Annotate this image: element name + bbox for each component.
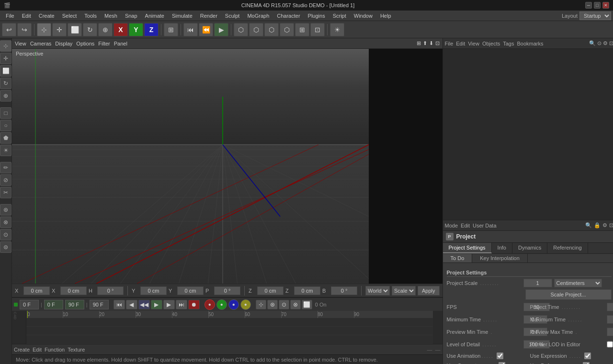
obj-view[interactable]: View <box>468 41 479 46</box>
transport-to-end[interactable]: ⏭ <box>176 300 187 309</box>
h-input[interactable] <box>97 286 124 295</box>
transport-to-start[interactable]: ⏮ <box>114 300 125 309</box>
preview-start-input[interactable] <box>44 300 63 309</box>
z2-input[interactable] <box>294 286 320 295</box>
menu-character[interactable]: Character <box>273 12 304 20</box>
x-input[interactable] <box>23 286 50 295</box>
kf-btn-red[interactable]: ● <box>204 299 215 310</box>
viewport[interactable]: Perspective <box>12 49 443 284</box>
attr-mode[interactable]: Mode <box>445 223 458 228</box>
scale-project-button[interactable]: Scale Project... <box>525 289 612 300</box>
rotate-tool[interactable]: ↻ <box>83 23 97 36</box>
sidebar-knife[interactable]: ✂ <box>0 187 11 198</box>
tab-dynamics[interactable]: Dynamics <box>512 243 547 253</box>
play-start-button[interactable]: ⏮ <box>183 23 198 36</box>
kf-btn-blue[interactable]: ● <box>228 299 239 310</box>
vp-icon-3[interactable]: ⬇ <box>429 40 433 46</box>
menu-plugins[interactable]: Plugins <box>304 12 329 20</box>
tab-project-settings[interactable]: Project Settings <box>443 243 492 253</box>
vp-tab-cameras[interactable]: Cameras <box>30 41 52 46</box>
vp-icon-4[interactable]: ⊡ <box>435 40 440 46</box>
sidebar-move[interactable]: ✛ <box>0 53 11 64</box>
menu-help[interactable]: Help <box>376 12 395 20</box>
timeline-playhead[interactable] <box>27 311 28 318</box>
menu-mograph[interactable]: MoGraph <box>243 12 273 20</box>
play-forward-button[interactable]: ▶ <box>214 23 228 36</box>
auto-kf-1[interactable]: ⊹ <box>256 300 266 309</box>
scale-select[interactable]: Scale <box>392 286 416 296</box>
minimize-button[interactable]: ─ <box>585 2 592 9</box>
menu-snap[interactable]: Snap <box>121 12 141 20</box>
attr-user-data[interactable]: User Data <box>473 223 497 228</box>
layout-select[interactable]: Startup <box>579 11 611 20</box>
view-top[interactable]: ⬡ <box>280 23 294 36</box>
project-time-input[interactable] <box>607 303 613 311</box>
menu-create[interactable]: Create <box>35 12 58 20</box>
vp-icon-2[interactable]: ⬆ <box>423 40 427 46</box>
sidebar-extra1[interactable]: ⊛ <box>0 204 11 216</box>
sidebar-cylinder[interactable]: ⬟ <box>0 132 11 144</box>
obj-extra-icon[interactable]: ⊡ <box>609 40 613 46</box>
menu-sculpt[interactable]: Sculpt <box>221 12 244 20</box>
scale-unit-select[interactable]: Centimeters Meters Millimeters <box>554 279 602 287</box>
timeline-scrollbar[interactable] <box>433 311 443 344</box>
sidebar-transform[interactable]: ⊕ <box>0 90 11 102</box>
menu-file[interactable]: File <box>2 12 18 20</box>
menu-edit[interactable]: Edit <box>18 12 35 20</box>
attr-edit[interactable]: Edit <box>461 223 470 228</box>
obj-settings-icon[interactable]: ⚙ <box>603 40 608 46</box>
tab-referencing[interactable]: Referencing <box>547 243 588 253</box>
attr-extra-icon[interactable]: ⊡ <box>609 222 613 228</box>
auto-kf-5[interactable]: ⬜ <box>302 300 312 309</box>
sidebar-extra4[interactable]: ⊜ <box>0 241 11 253</box>
transform-tool[interactable]: ⊕ <box>98 23 113 36</box>
kf-btn-yellow[interactable]: ● <box>240 299 251 310</box>
sidebar-pen[interactable]: ✏ <box>0 162 11 173</box>
redo-button[interactable]: ↪ <box>17 23 32 36</box>
sidebar-extra2[interactable]: ⊗ <box>0 216 11 228</box>
max-time-input[interactable] <box>607 315 613 324</box>
sidebar-light[interactable]: ☀ <box>0 145 11 156</box>
menu-window[interactable]: Window <box>350 12 376 20</box>
p-input[interactable] <box>214 286 240 295</box>
sidebar-extra3[interactable]: ⊙ <box>0 229 11 240</box>
obj-tags[interactable]: Tags <box>503 41 514 46</box>
menu-tools[interactable]: Tools <box>80 12 101 20</box>
attr-settings-icon[interactable]: ⚙ <box>602 222 607 228</box>
sidebar-scale[interactable]: ⬜ <box>0 65 11 77</box>
render-lod-checkbox[interactable] <box>607 341 613 348</box>
light-button[interactable]: ☀ <box>330 23 344 36</box>
obj-objects[interactable]: Objects <box>482 41 500 46</box>
view-side[interactable]: ⬡ <box>264 23 279 36</box>
y2-input[interactable] <box>177 286 204 295</box>
move-tool[interactable]: ✛ <box>52 23 67 36</box>
transport-play-back[interactable]: ◀◀ <box>138 300 150 309</box>
use-deformers-checkbox[interactable] <box>583 362 590 364</box>
mat-texture[interactable]: Texture <box>68 347 85 353</box>
world-select[interactable]: World <box>365 286 390 296</box>
subtab-todo[interactable]: To Do <box>443 254 473 262</box>
scale-tool[interactable]: ⬜ <box>68 23 82 36</box>
sidebar-brush[interactable]: ⊘ <box>0 174 11 186</box>
menu-render[interactable]: Render <box>196 12 221 20</box>
sidebar-rotate[interactable]: ↻ <box>0 78 11 89</box>
subtab-key-interp[interactable]: Key Interpolation <box>472 254 528 262</box>
view-extra[interactable]: ⊡ <box>310 23 325 36</box>
play-back-button[interactable]: ⏪ <box>199 23 213 36</box>
auto-kf-4[interactable]: ⊗ <box>290 300 301 309</box>
obj-bookmarks[interactable]: Bookmarks <box>517 41 543 46</box>
y-axis[interactable]: Y <box>129 23 143 36</box>
vp-tab-filter[interactable]: Filter <box>98 41 110 46</box>
menu-script[interactable]: Script <box>329 12 350 20</box>
view-front[interactable]: ⬡ <box>249 23 263 36</box>
sidebar-select[interactable]: ⊹ <box>0 40 11 52</box>
tab-info[interactable]: Info <box>492 243 512 253</box>
apply-button[interactable]: Apply <box>418 286 440 296</box>
attr-search-icon[interactable]: 🔍 <box>585 222 592 228</box>
menu-select[interactable]: Select <box>58 12 81 20</box>
z-input[interactable] <box>257 286 284 295</box>
transport-step-back[interactable]: ◀ <box>126 300 137 309</box>
z-axis[interactable]: Z <box>144 23 159 36</box>
preview-end-input[interactable] <box>65 300 84 309</box>
vp-tab-panel[interactable]: Panel <box>114 41 127 46</box>
